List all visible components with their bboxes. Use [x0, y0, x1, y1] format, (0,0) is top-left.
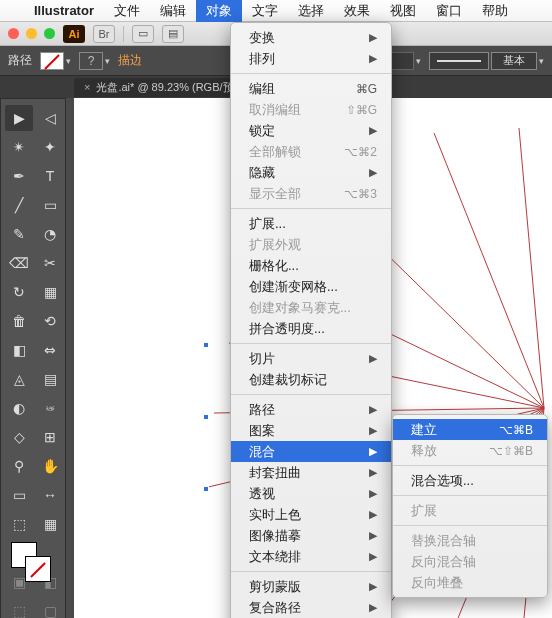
- document-tab-title: 光盘.ai* @ 89.23% (RGB/预: [96, 80, 233, 95]
- tool-17[interactable]: ⇔: [36, 337, 64, 363]
- selection-handle[interactable]: [203, 342, 209, 348]
- menu-item-创建渐变网格...[interactable]: 创建渐变网格...: [231, 276, 391, 297]
- svg-line-1: [519, 128, 544, 408]
- selection-handle[interactable]: [203, 414, 209, 420]
- tool-26[interactable]: ▭: [5, 482, 33, 508]
- tool-6[interactable]: ╱: [5, 192, 33, 218]
- bridge-button[interactable]: Br: [93, 25, 115, 43]
- mac-menubar: Illustrator 文件编辑对象文字选择效果视图窗口帮助: [0, 0, 552, 22]
- menu-item-剪切蒙版[interactable]: 剪切蒙版▶: [231, 576, 391, 597]
- app-icon: Ai: [63, 25, 85, 43]
- close-window-button[interactable]: [8, 28, 19, 39]
- menu-item-变换[interactable]: 变换▶: [231, 27, 391, 48]
- menu-item-创建裁切标记[interactable]: 创建裁切标记: [231, 369, 391, 390]
- tool-mode-2[interactable]: ⬚: [5, 598, 33, 618]
- fill-stroke-control[interactable]: [5, 540, 64, 584]
- tool-12[interactable]: ↻: [5, 279, 33, 305]
- tool-13[interactable]: ▦: [36, 279, 64, 305]
- menu-帮助[interactable]: 帮助: [472, 0, 518, 22]
- menu-item-混合选项...[interactable]: 混合选项...: [393, 470, 547, 491]
- menu-效果[interactable]: 效果: [334, 0, 380, 22]
- tool-10[interactable]: ⌫: [5, 250, 33, 276]
- menu-item-栅格化...[interactable]: 栅格化...: [231, 255, 391, 276]
- menu-item-显示全部: 显示全部⌥⌘3: [231, 183, 391, 204]
- tool-8[interactable]: ✎: [5, 221, 33, 247]
- artboard-tool-button[interactable]: ▤: [162, 25, 184, 43]
- blend-submenu: 建立⌥⌘B释放⌥⇧⌘B混合选项...扩展替换混合轴反向混合轴反向堆叠: [392, 414, 548, 598]
- zoom-window-button[interactable]: [44, 28, 55, 39]
- minimize-window-button[interactable]: [26, 28, 37, 39]
- tool-18[interactable]: ◬: [5, 366, 33, 392]
- tool-16[interactable]: ◧: [5, 337, 33, 363]
- menu-item-封套扭曲[interactable]: 封套扭曲▶: [231, 462, 391, 483]
- menu-item-建立[interactable]: 建立⌥⌘B: [393, 419, 547, 440]
- menu-item-排列[interactable]: 排列▶: [231, 48, 391, 69]
- fill-swatch[interactable]: ▾: [40, 52, 71, 70]
- menu-item-扩展: 扩展: [393, 500, 547, 521]
- tool-0[interactable]: ▶: [5, 105, 33, 131]
- menu-item-释放: 释放⌥⇧⌘B: [393, 440, 547, 461]
- object-menu: 变换▶排列▶编组⌘G取消编组⇧⌘G锁定▶全部解锁⌥⌘2隐藏▶显示全部⌥⌘3扩展.…: [230, 22, 392, 618]
- menu-item-全部解锁: 全部解锁⌥⌘2: [231, 141, 391, 162]
- menu-item-图像描摹[interactable]: 图像描摹▶: [231, 525, 391, 546]
- selection-handle[interactable]: [203, 486, 209, 492]
- menu-选择[interactable]: 选择: [288, 0, 334, 22]
- menu-item-创建对象马赛克...: 创建对象马赛克...: [231, 297, 391, 318]
- tool-3[interactable]: ✦: [36, 134, 64, 160]
- tool-1[interactable]: ◁: [36, 105, 64, 131]
- menu-item-编组[interactable]: 编组⌘G: [231, 78, 391, 99]
- tool-29[interactable]: ▦: [36, 511, 64, 537]
- tool-9[interactable]: ◔: [36, 221, 64, 247]
- stroke-label[interactable]: 描边: [118, 52, 142, 69]
- menu-item-路径[interactable]: 路径▶: [231, 399, 391, 420]
- menu-item-扩展外观: 扩展外观: [231, 234, 391, 255]
- tool-7[interactable]: ▭: [36, 192, 64, 218]
- stroke-swatch[interactable]: ?▾: [79, 52, 110, 70]
- tool-21[interactable]: ⎃: [36, 395, 64, 421]
- window-controls: [8, 28, 55, 39]
- menu-item-文本绕排[interactable]: 文本绕排▶: [231, 546, 391, 567]
- close-tab-icon[interactable]: ×: [84, 81, 90, 93]
- tool-23[interactable]: ⊞: [36, 424, 64, 450]
- menu-item-透视[interactable]: 透视▶: [231, 483, 391, 504]
- tool-15[interactable]: ⟲: [36, 308, 64, 334]
- tool-mode-3[interactable]: ▢: [36, 598, 64, 618]
- menu-对象[interactable]: 对象: [196, 0, 242, 22]
- menu-item-取消编组: 取消编组⇧⌘G: [231, 99, 391, 120]
- menu-编辑[interactable]: 编辑: [150, 0, 196, 22]
- menu-item-反向堆叠: 反向堆叠: [393, 572, 547, 593]
- tool-2[interactable]: ✴: [5, 134, 33, 160]
- tool-20[interactable]: ◐: [5, 395, 33, 421]
- menu-窗口[interactable]: 窗口: [426, 0, 472, 22]
- tool-28[interactable]: ⬚: [5, 511, 33, 537]
- menu-item-扩展...[interactable]: 扩展...: [231, 213, 391, 234]
- tool-22[interactable]: ◇: [5, 424, 33, 450]
- tool-14[interactable]: 🗑: [5, 308, 33, 334]
- tool-24[interactable]: ⚲: [5, 453, 33, 479]
- tool-25[interactable]: ✋: [36, 453, 64, 479]
- app-menu[interactable]: Illustrator: [24, 3, 104, 18]
- tool-panel: ▶◁✴✦✒T╱▭✎◔⌫✂↻▦🗑⟲◧⇔◬▤◐⎃◇⊞⚲✋▭↔⬚▦▣◧⬚▢: [0, 98, 66, 618]
- menu-item-混合[interactable]: 混合▶: [231, 441, 391, 462]
- svg-line-0: [434, 133, 544, 408]
- menu-文字[interactable]: 文字: [242, 0, 288, 22]
- selection-type-label: 路径: [8, 52, 32, 69]
- menu-item-图案[interactable]: 图案▶: [231, 420, 391, 441]
- menu-item-隐藏[interactable]: 隐藏▶: [231, 162, 391, 183]
- tool-11[interactable]: ✂: [36, 250, 64, 276]
- tool-27[interactable]: ↔: [36, 482, 64, 508]
- menu-item-复合路径[interactable]: 复合路径▶: [231, 597, 391, 618]
- document-tab[interactable]: × 光盘.ai* @ 89.23% (RGB/预: [74, 78, 244, 97]
- menu-item-锁定[interactable]: 锁定▶: [231, 120, 391, 141]
- menu-item-切片[interactable]: 切片▶: [231, 348, 391, 369]
- tool-5[interactable]: T: [36, 163, 64, 189]
- menu-item-实时上色[interactable]: 实时上色▶: [231, 504, 391, 525]
- menu-文件[interactable]: 文件: [104, 0, 150, 22]
- graphic-style-dropdown[interactable]: 基本 ▾: [429, 52, 544, 70]
- menu-item-反向混合轴: 反向混合轴: [393, 551, 547, 572]
- tool-19[interactable]: ▤: [36, 366, 64, 392]
- arrange-documents-button[interactable]: ▭: [132, 25, 154, 43]
- tool-4[interactable]: ✒: [5, 163, 33, 189]
- menu-item-拼合透明度...[interactable]: 拼合透明度...: [231, 318, 391, 339]
- menu-视图[interactable]: 视图: [380, 0, 426, 22]
